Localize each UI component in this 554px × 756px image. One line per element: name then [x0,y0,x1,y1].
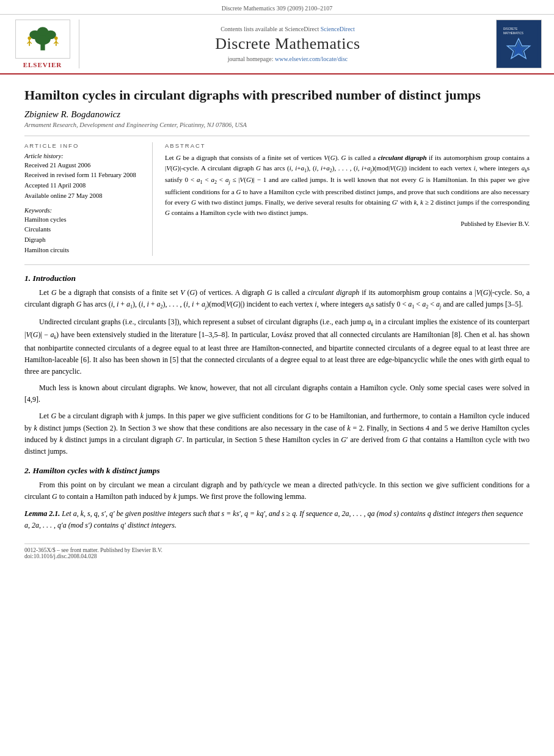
elsevier-logo-block: ELSEVIER [12,20,79,68]
journal-title-block: Contents lists available at ScienceDirec… [86,20,490,68]
journal-cover-icon: DISCRETE MATHEMATICS [499,24,539,64]
published-by: Published by Elsevier B.V. [165,220,530,227]
elsevier-label: ELSEVIER [23,61,62,68]
keyword-2: Circulants [24,225,142,235]
footer-note: 0012-365X/$ – see front matter. Publishe… [24,543,530,559]
contents-line: Contents lists available at ScienceDirec… [221,26,355,32]
published-by-text: Published by Elsevier B.V. [461,220,530,227]
logo-box [15,20,70,59]
divider-1 [24,136,530,136]
svg-text:MATHEMATICS: MATHEMATICS [503,31,523,34]
history-label: Article history: [24,153,142,159]
revised-date: Received in revised form 11 February 200… [24,170,142,180]
journal-name: Discrete Mathematics [215,35,360,53]
publisher-bar: ELSEVIER Contents lists available at Sci… [0,15,554,75]
homepage-label: journal homepage: [228,56,274,62]
available-date: Available online 27 May 2008 [24,191,142,201]
journal-thumbnail: DISCRETE MATHEMATICS [496,20,542,68]
keyword-4: Hamilton circuits [24,245,142,256]
keyword-1: Hamilton cycles [24,215,142,225]
abstract-label: ABSTRACT [165,142,530,149]
section2-heading: 2. Hamilton cycles with k distinct jumps [24,466,530,476]
homepage-link[interactable]: www.elsevier.com/locate/disc [275,56,348,62]
keyword-3: Digraph [24,235,142,245]
lemma-label: Lemma 2.1. [24,509,60,518]
article-info-column: ARTICLE INFO Article history: Received 2… [24,142,153,256]
abstract-text: Let G be a digraph that consists of a fi… [165,153,530,218]
author-name: Zbigniew R. Bogdanowicz [24,109,530,120]
keywords-section: Keywords: Hamilton cycles Circulants Dig… [24,207,142,256]
info-abstract-columns: ARTICLE INFO Article history: Received 2… [24,142,530,256]
doi-text: doi:10.1016/j.disc.2008.04.028 [24,553,530,559]
citation-text: Discrete Mathematics 309 (2009) 2100–210… [222,5,333,12]
page: Discrete Mathematics 309 (2009) 2100–210… [0,0,554,756]
journal-citation: Discrete Mathematics 309 (2009) 2100–210… [0,0,554,15]
svg-point-10 [54,37,57,40]
intro-heading: 1. Introduction [24,274,530,283]
and-text: and [432,424,442,432]
contents-text: Contents lists available at ScienceDirec… [221,26,319,32]
footer-text: 0012-365X/$ – see front matter. Publishe… [24,547,530,553]
svg-text:DISCRETE: DISCRETE [503,27,517,31]
svg-point-6 [27,37,31,40]
keywords-label: Keywords: [24,207,142,214]
received-date: Received 21 August 2006 [24,161,142,170]
lemma-text: Let a, k, s, q, s′, q′ be given positive… [24,509,523,529]
divider-2 [24,264,530,265]
lemma-2-1: Lemma 2.1. Let a, k, s, q, s′, q′ be giv… [24,508,530,531]
intro-para-4: Let G be a circulant digraph with k jump… [24,410,530,457]
svg-point-5 [37,27,48,36]
elsevier-tree-icon [18,23,67,53]
author-affiliation: Armament Research, Development and Engin… [24,122,530,128]
intro-para-2: Undirected circulant graphs (i.e., circu… [24,316,530,377]
article-title: Hamilton cycles in circulant digraphs wi… [24,87,530,104]
article-info-label: ARTICLE INFO [24,142,142,149]
section2-para-1: From this point on by circulant we mean … [24,479,530,503]
accepted-date: Accepted 11 April 2008 [24,181,142,191]
abstract-column: ABSTRACT Let G be a digraph that consist… [165,142,530,256]
intro-para-3: Much less is known about circulant digra… [24,382,530,405]
journal-homepage: journal homepage: www.elsevier.com/locat… [228,56,348,62]
intro-para-1: Let G be a digraph that consists of a fi… [24,287,530,311]
article-body: Hamilton cycles in circulant digraphs wi… [0,75,554,572]
sciencedirect-link[interactable]: ScienceDirect [321,26,355,32]
